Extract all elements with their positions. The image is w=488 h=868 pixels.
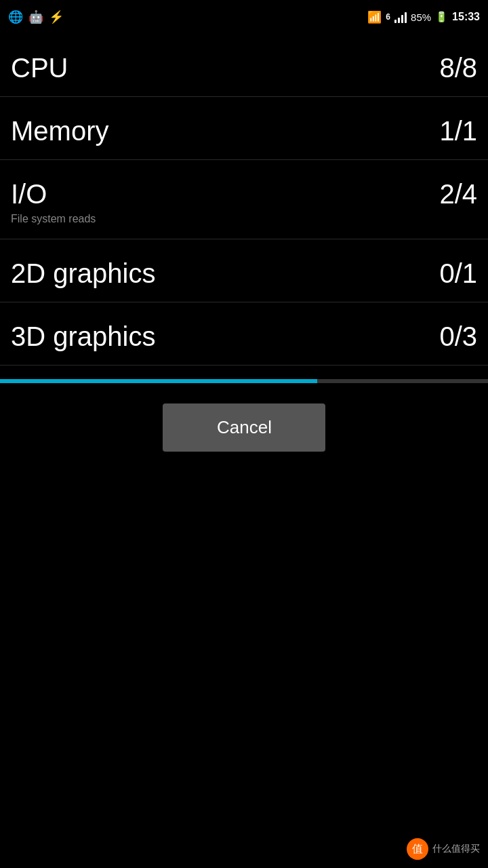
signal-bar-3 [401, 15, 403, 23]
3d-graphics-row: 3D graphics 0/3 [0, 302, 488, 366]
signal-bar-1 [394, 20, 396, 23]
cancel-button[interactable]: Cancel [163, 403, 325, 452]
3d-graphics-row-left: 3D graphics [11, 321, 155, 351]
io-value: 2/4 [439, 179, 477, 209]
io-label: I/O [11, 179, 96, 209]
io-row: I/O File system reads 2/4 [0, 160, 488, 239]
status-bar: 🌐 🤖 ⚡ 📶 6 85% 🔋 15:33 [0, 0, 488, 34]
status-bar-left: 🌐 🤖 ⚡ [8, 9, 64, 24]
cpu-row: CPU 8/8 [0, 34, 488, 97]
cpu-value: 8/8 [439, 53, 477, 83]
watermark-icon: 值 [407, 838, 428, 860]
clock: 15:33 [452, 11, 480, 23]
progress-bar-fill [0, 379, 317, 383]
3d-graphics-label: 3D graphics [11, 321, 155, 351]
watermark: 值 什么值得买 [407, 838, 480, 860]
main-content: CPU 8/8 Memory 1/1 I/O File system reads… [0, 34, 488, 452]
2d-graphics-row: 2D graphics 0/1 [0, 239, 488, 302]
battery-icon: 🔋 [435, 11, 448, 23]
3d-graphics-value: 0/3 [439, 321, 477, 351]
cancel-button-container: Cancel [0, 403, 488, 452]
usb-icon: ⚡ [49, 9, 64, 24]
status-bar-right: 📶 6 85% 🔋 15:33 [367, 10, 480, 24]
progress-container [0, 379, 488, 383]
cpu-row-left: CPU [11, 53, 68, 83]
wifi-icon: 📶 [367, 10, 382, 24]
progress-bar-background [0, 379, 488, 383]
2d-graphics-value: 0/1 [439, 258, 477, 288]
memory-value: 1/1 [439, 116, 477, 146]
memory-label: Memory [11, 116, 108, 146]
2d-graphics-row-left: 2D graphics [11, 258, 155, 288]
io-row-left: I/O File system reads [11, 179, 96, 225]
io-sublabel: File system reads [11, 213, 96, 225]
2d-graphics-label: 2D graphics [11, 258, 155, 288]
memory-row: Memory 1/1 [0, 97, 488, 160]
globe-icon: 🌐 [8, 9, 23, 24]
watermark-text: 什么值得买 [432, 843, 480, 855]
signal-bar-4 [405, 12, 407, 23]
signal-bars [394, 11, 407, 23]
memory-row-left: Memory [11, 116, 108, 146]
lte-label: 6 [386, 12, 390, 22]
signal-bar-2 [398, 18, 400, 23]
cpu-label: CPU [11, 53, 68, 83]
android-icon: 🤖 [28, 9, 43, 24]
battery-percentage: 85% [411, 12, 431, 23]
